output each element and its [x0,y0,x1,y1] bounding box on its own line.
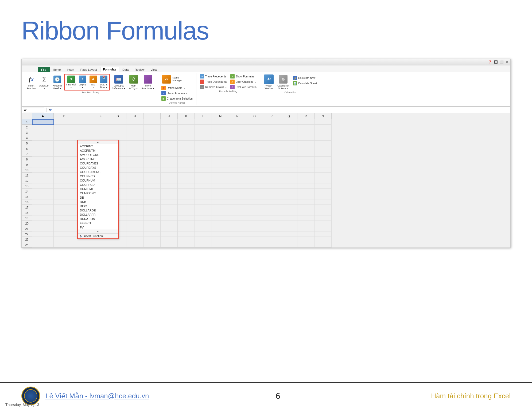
row-header-8[interactable]: 8 [22,157,32,162]
cell-q24[interactable] [280,242,297,247]
cell-l5[interactable] [195,141,212,146]
formula-input[interactable] [53,108,509,112]
cell-f24[interactable] [92,242,109,247]
dropdown-item-coupdays[interactable]: COUPDAYS [78,166,118,170]
cell-m24[interactable] [212,242,229,247]
cell-r5[interactable] [297,141,314,146]
cell-h8[interactable] [126,157,143,162]
cell-h2[interactable] [126,125,143,130]
cell-j7[interactable] [161,151,178,157]
cell-i14[interactable] [143,189,161,194]
cell-b22[interactable] [54,231,75,237]
cell-s8[interactable] [314,157,332,162]
cell-q18[interactable] [280,210,297,215]
cell-a16[interactable] [32,199,54,205]
cell-i3[interactable] [143,130,161,135]
cell-l6[interactable] [195,146,212,151]
cell-r13[interactable] [297,183,314,189]
cell-g1[interactable] [109,119,126,125]
cell-a8[interactable] [32,157,54,162]
row-header-5[interactable]: 5 [22,141,32,146]
cell-k13[interactable] [178,183,195,189]
cell-p9[interactable] [263,162,280,167]
cell-b23[interactable] [54,237,75,242]
cell-m21[interactable] [212,226,229,231]
cell-b7[interactable] [54,151,75,157]
cell-p24[interactable] [263,242,280,247]
cell-m23[interactable] [212,237,229,242]
cell-l20[interactable] [195,221,212,226]
cell-s21[interactable] [314,226,332,231]
cell-f1[interactable] [92,119,109,125]
cell-o18[interactable] [246,210,263,215]
cell-i2[interactable] [143,125,161,130]
cell-q5[interactable] [280,141,297,146]
cell-b11[interactable] [54,173,75,178]
cell-i7[interactable] [143,151,161,157]
cell-q1[interactable] [280,119,297,125]
cell-b2[interactable] [54,125,75,130]
cell-m22[interactable] [212,231,229,237]
cell-r10[interactable] [297,167,314,173]
cell-l15[interactable] [195,194,212,199]
cell-n6[interactable] [229,146,246,151]
cell-n1[interactable] [229,119,246,125]
cell-k6[interactable] [178,146,195,151]
col-header-b[interactable]: B [54,113,75,119]
cell-j13[interactable] [161,183,178,189]
cell-a12[interactable] [32,178,54,183]
cell-p5[interactable] [263,141,280,146]
logical-button[interactable]: ? Logical▼ [78,75,88,89]
cell-q13[interactable] [280,183,297,189]
cell-p12[interactable] [263,178,280,183]
cell-c24[interactable] [75,242,92,247]
cell-o7[interactable] [246,151,263,157]
show-formulas-button[interactable]: fx Show Formulas [230,74,257,79]
cell-m9[interactable] [212,162,229,167]
col-header-i[interactable]: I [143,113,161,119]
col-header-c[interactable] [75,113,92,119]
cell-l19[interactable] [195,215,212,221]
row-header-21[interactable]: 21 [22,226,32,231]
cell-a14[interactable] [32,189,54,194]
cell-n23[interactable] [229,237,246,242]
cell-o14[interactable] [246,189,263,194]
cell-p20[interactable] [263,221,280,226]
tab-data[interactable]: Data [119,67,131,72]
cell-h16[interactable] [126,199,143,205]
cell-a7[interactable] [32,151,54,157]
cell-p21[interactable] [263,226,280,231]
cell-a19[interactable] [32,215,54,221]
cell-j3[interactable] [161,130,178,135]
dropdown-item-dollarde[interactable]: DOLLARDE [78,208,118,213]
dropdown-item-accrint[interactable]: ACCRINT [78,144,118,148]
cell-s22[interactable] [314,231,332,237]
cell-a4[interactable] [32,135,54,141]
cell-a13[interactable] [32,183,54,189]
cell-p15[interactable] [263,194,280,199]
cell-h18[interactable] [126,210,143,215]
cell-l16[interactable] [195,199,212,205]
cell-r2[interactable] [297,125,314,130]
cell-q7[interactable] [280,151,297,157]
cell-j5[interactable] [161,141,178,146]
cell-b4[interactable] [54,135,75,141]
cell-j4[interactable] [161,135,178,141]
cell-k14[interactable] [178,189,195,194]
row-header-4[interactable]: 4 [22,135,32,141]
cell-m15[interactable] [212,194,229,199]
cell-p1[interactable] [263,119,280,125]
cell-p23[interactable] [263,237,280,242]
cell-n18[interactable] [229,210,246,215]
cell-b6[interactable] [54,146,75,151]
cell-b8[interactable] [54,157,75,162]
cell-j20[interactable] [161,221,178,226]
dropdown-scroll-up[interactable]: ▲ [78,140,118,144]
cell-i16[interactable] [143,199,161,205]
cell-p10[interactable] [263,167,280,173]
cell-r18[interactable] [297,210,314,215]
cell-k15[interactable] [178,194,195,199]
cell-r8[interactable] [297,157,314,162]
dropdown-item-amordegrc[interactable]: AMORDEGRC [78,153,118,157]
cell-h12[interactable] [126,178,143,183]
